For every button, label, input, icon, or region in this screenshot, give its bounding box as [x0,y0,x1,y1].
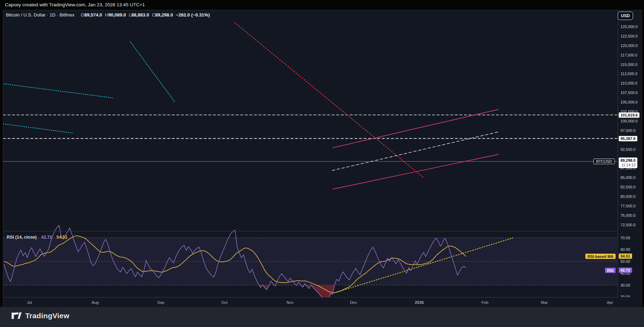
rsi-legend: RSI (14, close) 42.72 54.51 [7,235,67,240]
level-price-label: 95,387.6 [619,136,637,141]
rsi-legend-title: RSI (14, close) [7,235,37,240]
time-tick-label: Jul [27,298,32,307]
time-tick-label: Nov [287,298,294,307]
price-tick-label: 117,500.0 [620,53,637,57]
rsi-value-label: 42.72 [619,267,632,273]
time-tick-label: Sep [157,298,164,307]
rsi-ma-legend-value: 54.51 [57,235,67,240]
time-tick-label: Aug [92,298,99,307]
rsi-oversold-fill [4,285,466,297]
rsi-tick-label: 70.00 [620,236,630,240]
time-scale[interactable]: JulAugSepOctNovDec2026FebMarApr [3,297,618,308]
price-tick-label: 107,500.0 [620,91,638,95]
pink-channel-line [333,154,498,189]
tradingview-logo-text: TradingView [25,312,70,320]
rsi-tick-label: 60.00 [620,247,630,252]
level-price-label: 101,619.6 [619,112,639,118]
price-tick-label: 92,500.0 [620,147,636,152]
tradingview-logo[interactable]: TradingView [11,311,70,320]
cyan-dotted-trendline [130,42,175,102]
attribution-text: Capsey created with TradingView.com, Jan… [5,2,145,7]
white-dashed-median-line [332,132,498,171]
price-tick-label: 110,000.0 [620,81,637,85]
ohlc-values: O89,574.0H90,089.0L88,883.0C89,298.0 [78,12,173,18]
price-tick-label: 122,500.0 [620,34,638,38]
attribution-bar: Capsey created with TradingView.com, Jan… [0,0,644,10]
time-tick-label: Feb [481,298,488,307]
rsi-ma-tag: RSI-based MA [585,253,616,259]
ohlc-key: H [105,12,108,18]
price-tick-label: 112,500.0 [620,72,637,76]
symbol-header: Bitcoin / U.S. Dollar · 1D · BitfinexO89… [6,12,210,18]
rsi-ma-value-label: 54.51 [619,253,632,259]
ohlc-value: 89,574.0 [84,12,102,18]
rsi-tag: RSI [605,267,616,273]
price-tick-label: 105,000.0 [620,100,638,104]
price-tick-label: 120,000.0 [620,44,638,48]
ohlc-value: 88,883.0 [131,12,149,18]
ohlc-key: O [81,12,84,18]
price-tick-label: 85,000.0 [620,175,636,180]
price-tick-label: 100,000.0 [620,119,638,123]
cyan-dotted-trendline [3,124,72,133]
last-price-symbol-tag: BTCUSD [593,159,615,164]
price-tick-label: 72,500.0 [620,223,636,227]
price-tick-label: 75,000.0 [620,213,636,218]
tradingview-snapshot: Capsey created with TradingView.com, Jan… [0,0,644,327]
time-tick-label: Dec [350,298,357,307]
ohlc-key: C [152,12,155,18]
footer-bar: TradingView [0,307,644,327]
cyan-dotted-trendline [4,84,113,98]
chart-widget[interactable]: Bitcoin / U.S. Dollar · 1D · BitfinexO89… [3,10,642,308]
price-tick-label: 82,500.0 [620,185,636,189]
tradingview-logo-icon [11,311,22,320]
price-tick-label: 80,000.0 [620,194,636,199]
time-tick-label: Oct [221,298,228,307]
currency-toggle-button[interactable]: USD [618,12,633,20]
ohlc-value: 89,298.0 [155,12,173,18]
red-dotted-trendline [235,23,423,178]
last-price-label: 89,298.011:14:12 [619,158,637,168]
chart-canvas[interactable] [3,10,617,297]
price-tick-label: 97,500.0 [620,128,636,133]
price-tick-label: 77,500.0 [620,204,636,208]
rsi-tick-label: 30.00 [620,283,630,287]
symbol-title: Bitcoin / U.S. Dollar · 1D · Bitfinex [6,12,74,18]
ohlc-value: 90,089.0 [108,12,126,18]
time-tick-label: Mar [541,298,548,307]
rsi-tick-label: 50.00 [620,259,630,263]
ohlc-key: L [129,12,131,18]
price-tick-label: 115,000.0 [620,62,637,67]
rsi-tick-label: 20.00 [620,295,630,297]
change-value: −282.0 (−0.31%) [176,12,210,18]
price-tick-label: 125,000.0 [620,25,638,29]
rsi-legend-value: 42.72 [41,235,52,240]
time-tick-label: 2026 [415,298,424,307]
time-tick-label: Apr [607,298,613,307]
